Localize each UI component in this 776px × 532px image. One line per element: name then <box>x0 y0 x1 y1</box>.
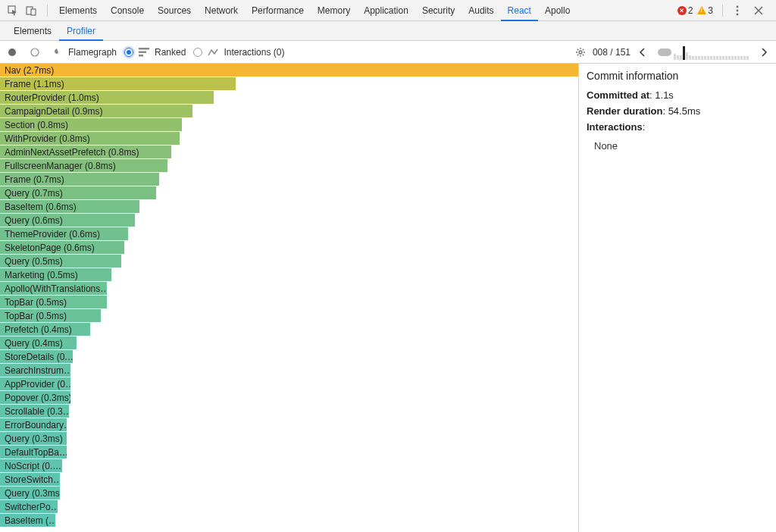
ranked-bar[interactable]: Prefetch (0.4ms) <box>0 323 578 336</box>
commit-bar[interactable] <box>704 56 706 60</box>
ranked-bar[interactable]: Query (0.4ms) <box>0 336 578 350</box>
commit-counter: 008 / 151 <box>593 47 630 58</box>
tab-application[interactable]: Application <box>357 0 415 21</box>
svg-rect-10 <box>139 55 143 57</box>
ranked-bar-label: Query (0.3ms) <box>0 432 67 445</box>
prev-commit-arrow-icon[interactable] <box>635 45 650 60</box>
ranked-bar[interactable]: Query (0.3ms) <box>0 432 578 446</box>
next-commit-arrow-icon[interactable] <box>756 45 771 60</box>
tab-security[interactable]: Security <box>415 0 462 21</box>
ranked-bar[interactable]: Query (0.5ms) <box>0 255 578 268</box>
gear-icon[interactable] <box>573 45 588 60</box>
ranked-bar[interactable]: Marketing (0.5ms) <box>0 268 578 282</box>
warnings-indicator[interactable]: 3 <box>697 5 713 16</box>
commit-bar[interactable] <box>710 56 712 60</box>
ranked-bar[interactable]: Query (0.7ms) <box>0 186 578 200</box>
ranked-bar[interactable]: DefaultTopBa… <box>0 446 578 459</box>
tab-console[interactable]: Console <box>104 0 151 21</box>
commit-bar[interactable] <box>674 54 676 60</box>
ranked-bar[interactable]: AppProvider (0… <box>0 377 578 391</box>
ranked-bar[interactable]: SearchInstrum… <box>0 364 578 377</box>
close-icon[interactable] <box>752 4 765 17</box>
ranked-bar[interactable]: Frame (0.7ms) <box>0 173 578 186</box>
commit-bar[interactable] <box>722 56 724 60</box>
commit-bar[interactable] <box>695 56 697 60</box>
ranked-bar[interactable]: AdminNextAssetPrefetch (0.8ms) <box>0 146 578 159</box>
tab-react[interactable]: React <box>501 0 538 21</box>
errors-indicator[interactable]: × 2 <box>677 5 693 16</box>
committed-at: Committed at: 1.1s <box>587 89 768 101</box>
react-subtabs: ElementsProfiler <box>0 21 776 41</box>
ranked-bar[interactable]: Frame (1.1ms) <box>0 77 578 91</box>
tab-sources[interactable]: Sources <box>151 0 198 21</box>
tab-performance[interactable]: Performance <box>245 0 311 21</box>
commit-bar-chart[interactable] <box>658 45 749 60</box>
flamegraph-label[interactable]: Flamegraph <box>68 47 117 58</box>
commit-info-panel: Commit information Committed at: 1.1s Re… <box>579 64 776 532</box>
commit-bar[interactable] <box>746 56 749 60</box>
commit-bar[interactable] <box>743 56 746 60</box>
commit-bar[interactable] <box>677 55 679 60</box>
tab-apollo[interactable]: Apollo <box>538 0 577 21</box>
commit-bar[interactable] <box>686 52 688 60</box>
ranked-radio[interactable] <box>124 48 133 57</box>
ranked-bar[interactable]: ThemeProvider (0.6ms) <box>0 227 578 241</box>
ranked-bar[interactable]: Apollo(WithTranslations… <box>0 282 578 296</box>
kebab-icon[interactable] <box>731 4 744 17</box>
commit-bar[interactable] <box>719 56 721 60</box>
commit-bar[interactable] <box>707 56 709 60</box>
ranked-bar[interactable]: WithProvider (0.8ms) <box>0 132 578 146</box>
ranked-bar[interactable]: BaseItem (… <box>0 514 578 527</box>
ranked-bar[interactable]: Section (0.8ms) <box>0 118 578 132</box>
subtab-profiler[interactable]: Profiler <box>59 21 103 41</box>
flame-icon <box>50 45 65 60</box>
commit-bar[interactable] <box>701 56 703 60</box>
ranked-label[interactable]: Ranked <box>155 47 186 58</box>
tab-network[interactable]: Network <box>198 0 245 21</box>
ranked-bar[interactable]: StoreDetails (0.… <box>0 350 578 364</box>
commit-bar[interactable] <box>725 56 728 60</box>
ranked-bar[interactable]: SkeletonPage (0.6ms) <box>0 241 578 255</box>
commit-bar[interactable] <box>692 56 694 60</box>
commit-bar[interactable] <box>689 55 691 60</box>
profiler-main: Nav (2.7ms)Frame (1.1ms)RouterProvider (… <box>0 64 776 532</box>
subtab-elements[interactable]: Elements <box>6 21 59 41</box>
ranked-bar[interactable]: RouterProvider (1.0ms) <box>0 91 578 105</box>
commit-bar[interactable] <box>680 55 682 60</box>
ranked-bar[interactable]: TopBar (0.5ms) <box>0 296 578 309</box>
ranked-bar[interactable]: NoScript (0.… <box>0 459 578 473</box>
ranked-bar-label: Popover (0.3ms) <box>0 391 70 404</box>
commit-bar[interactable] <box>716 56 718 60</box>
commit-bar[interactable] <box>731 56 734 60</box>
inspect-icon[interactable] <box>6 4 20 17</box>
ranked-bar[interactable]: Nav (2.7ms) <box>0 64 578 77</box>
ranked-bar[interactable]: Popover (0.3ms) <box>0 391 578 405</box>
ranked-bar[interactable]: ErrorBoundary… <box>0 418 578 432</box>
ranked-bar[interactable]: Scrollable (0.3… <box>0 405 578 418</box>
ranked-bar[interactable]: Query (0.6ms) <box>0 214 578 227</box>
commit-bar[interactable] <box>683 46 685 60</box>
interactions-radio[interactable] <box>193 48 202 57</box>
ranked-bar[interactable]: Query (0.3ms) <box>0 487 578 500</box>
tab-audits[interactable]: Audits <box>462 0 500 21</box>
commit-bar[interactable] <box>728 56 731 60</box>
ranked-bar[interactable]: CampaignDetail (0.9ms) <box>0 105 578 118</box>
commit-bar[interactable] <box>734 56 737 60</box>
ranked-bar[interactable]: FullscreenManager (0.8ms) <box>0 159 578 173</box>
tab-memory[interactable]: Memory <box>311 0 357 21</box>
ranked-bar[interactable]: TopBar (0.5ms) <box>0 309 578 323</box>
tab-elements[interactable]: Elements <box>52 0 104 21</box>
commit-bar[interactable] <box>737 56 740 60</box>
ranked-bar[interactable]: SwitcherPo… <box>0 500 578 514</box>
commit-bar[interactable] <box>698 56 700 60</box>
ranked-bar[interactable]: StoreSwitch… <box>0 473 578 487</box>
record-icon[interactable] <box>5 45 20 60</box>
interactions-label[interactable]: Interactions (0) <box>224 47 284 58</box>
reload-icon[interactable] <box>27 45 42 60</box>
interactions-icon <box>205 45 221 60</box>
commit-bar[interactable] <box>740 56 743 60</box>
device-icon[interactable] <box>24 4 38 17</box>
ranked-bar-label: Marketing (0.5ms) <box>0 268 111 281</box>
commit-bar[interactable] <box>713 56 715 60</box>
ranked-bar[interactable]: BaseItem (0.6ms) <box>0 200 578 214</box>
